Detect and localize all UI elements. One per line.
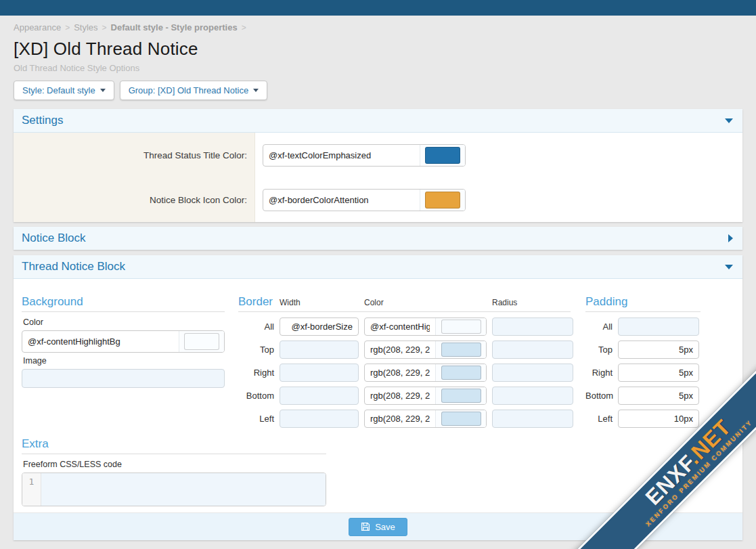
border-row-label: Top xyxy=(238,345,274,355)
thread-status-title-color-input[interactable] xyxy=(263,145,420,166)
save-button[interactable]: Save xyxy=(349,518,407,536)
padding-row-label: Top xyxy=(585,345,613,355)
setting-label: Notice Block Icon Color: xyxy=(14,177,255,222)
settings-section-header[interactable]: Settings xyxy=(14,109,742,133)
chevron-down-icon xyxy=(253,89,259,92)
divider xyxy=(585,311,701,312)
breadcrumb-separator: > xyxy=(65,23,70,32)
color-input-group xyxy=(364,410,487,428)
border-radius-all-input[interactable] xyxy=(492,317,573,336)
settings-row: Notice Block Icon Color: xyxy=(14,177,742,222)
padding-group: Padding All Top Right Bottom Left xyxy=(585,295,701,428)
page-title: [XD] Old Thread Notice xyxy=(14,39,742,60)
border-col-width-label: Width xyxy=(280,298,359,309)
thread-notice-block-section-title: Thread Notice Block xyxy=(22,260,125,273)
color-swatch[interactable] xyxy=(441,320,481,334)
border-row-label: All xyxy=(238,322,274,332)
divider xyxy=(22,454,326,454)
background-color-input[interactable] xyxy=(22,331,179,352)
color-swatch[interactable] xyxy=(441,412,481,426)
border-radius-left-input[interactable] xyxy=(492,410,573,428)
border-color-top-input[interactable] xyxy=(365,341,435,358)
page-subtitle: Old Thread Notice Style Options xyxy=(14,63,742,73)
color-input-group xyxy=(263,144,466,167)
border-radius-top-input[interactable] xyxy=(492,341,573,359)
setting-value-cell xyxy=(255,133,742,177)
notice-block-section-header[interactable]: Notice Block xyxy=(14,227,742,250)
freeform-css-label: Freeform CSS/LESS code xyxy=(23,460,326,469)
style-filter-button[interactable]: Style: Default style xyxy=(14,81,114,100)
settings-row: Thread Status Title Color: xyxy=(14,133,742,177)
notice-block-section-title: Notice Block xyxy=(22,232,85,245)
border-rows: All Top Ri xyxy=(238,317,571,428)
padding-row-label: Left xyxy=(585,414,613,424)
color-input-group xyxy=(364,387,487,405)
border-color-right-input[interactable] xyxy=(365,364,435,381)
background-image-input[interactable] xyxy=(22,369,225,388)
border-color-bottom-input[interactable] xyxy=(365,387,435,404)
settings-section-title: Settings xyxy=(22,114,63,127)
padding-row-label: Bottom xyxy=(585,391,613,401)
chevron-down-icon xyxy=(725,118,733,123)
breadcrumb-item-style-properties[interactable]: Default style - Style properties xyxy=(111,22,238,32)
border-radius-bottom-input[interactable] xyxy=(492,387,573,405)
border-col-radius-label: Radius xyxy=(492,298,573,309)
color-swatch[interactable] xyxy=(184,333,219,350)
group-filter-button[interactable]: Group: [XD] Old Thread Notice xyxy=(120,81,268,100)
notice-block-section: Notice Block xyxy=(14,227,742,250)
padding-row-label: Right xyxy=(585,368,613,378)
thread-notice-block-section-header[interactable]: Thread Notice Block xyxy=(14,255,742,279)
border-col-color-label: Color xyxy=(364,298,487,309)
color-input-group xyxy=(364,364,487,382)
border-header-row: Border Width Color Radius xyxy=(238,295,571,309)
border-width-left-input[interactable] xyxy=(280,410,359,428)
border-radius-right-input[interactable] xyxy=(492,364,573,382)
color-input-group xyxy=(364,341,487,359)
border-color-left-input[interactable] xyxy=(365,410,435,427)
border-width-top-input[interactable] xyxy=(280,341,359,359)
color-swatch[interactable] xyxy=(441,389,481,403)
thread-notice-block-body: Background Color Image Border xyxy=(14,279,742,512)
border-row-label: Left xyxy=(238,414,274,424)
color-input-group xyxy=(364,317,487,336)
divider xyxy=(22,311,225,312)
extra-group: Extra Freeform CSS/LESS code 1 xyxy=(22,437,326,506)
color-swatch[interactable] xyxy=(441,366,481,380)
swatch-zone xyxy=(435,410,486,427)
freeform-css-textarea[interactable] xyxy=(41,473,326,506)
content-container: Appearance > Styles > Default style - St… xyxy=(14,16,742,540)
chevron-right-icon xyxy=(728,234,733,242)
code-editor: 1 xyxy=(22,473,326,506)
color-swatch[interactable] xyxy=(425,192,460,208)
border-width-bottom-input[interactable] xyxy=(280,387,359,405)
chevron-down-icon xyxy=(100,89,106,92)
border-width-right-input[interactable] xyxy=(280,364,359,382)
padding-left-input[interactable] xyxy=(618,410,699,428)
chevron-down-icon xyxy=(725,265,733,269)
color-swatch[interactable] xyxy=(425,147,460,164)
padding-top-input[interactable] xyxy=(618,341,699,359)
border-color-all-input[interactable] xyxy=(365,318,435,335)
swatch-zone xyxy=(420,190,465,211)
breadcrumb: Appearance > Styles > Default style - St… xyxy=(14,16,742,32)
notice-block-icon-color-input[interactable] xyxy=(263,190,420,211)
padding-right-input[interactable] xyxy=(618,364,699,382)
background-color-label: Color xyxy=(23,317,225,327)
breadcrumb-item-styles[interactable]: Styles xyxy=(74,22,97,32)
padding-rows: All Top Right Bottom Left xyxy=(585,317,701,428)
color-swatch[interactable] xyxy=(441,343,481,357)
setting-label: Thread Status Title Color: xyxy=(14,133,255,177)
save-button-label: Save xyxy=(375,522,395,532)
swatch-zone xyxy=(435,387,486,404)
swatch-zone xyxy=(435,318,486,335)
filter-bar: Style: Default style Group: [XD] Old Thr… xyxy=(14,81,742,100)
breadcrumb-item-appearance[interactable]: Appearance xyxy=(14,22,61,32)
background-image-label: Image xyxy=(23,356,225,366)
style-filter-label: Style: Default style xyxy=(22,85,95,95)
padding-bottom-input[interactable] xyxy=(618,387,699,405)
background-heading: Background xyxy=(22,295,225,309)
color-input-group xyxy=(22,330,225,353)
save-icon xyxy=(361,522,370,531)
border-width-all-input[interactable] xyxy=(280,317,359,336)
padding-all-input[interactable] xyxy=(618,317,699,336)
